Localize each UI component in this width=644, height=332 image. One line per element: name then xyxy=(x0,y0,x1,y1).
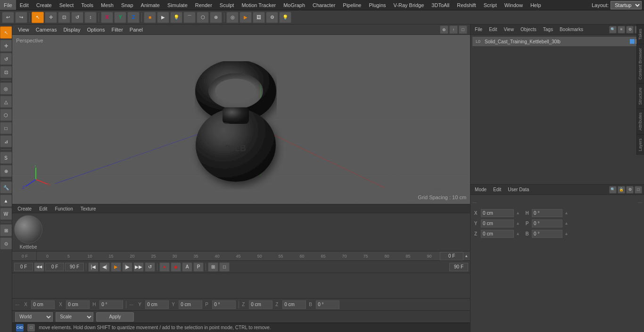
render-settings-btn[interactable]: ⚙ xyxy=(266,12,278,23)
menu-snap[interactable]: Snap xyxy=(117,0,137,10)
tab-attributes[interactable]: Attributes xyxy=(637,108,644,134)
record-btn[interactable]: ● xyxy=(159,262,170,272)
rpt-settings-btn[interactable]: ⚙ xyxy=(626,26,634,33)
rpt-tags-btn[interactable]: Tags xyxy=(541,25,555,34)
apply-button[interactable]: Apply xyxy=(96,312,134,322)
menu-window[interactable]: Window xyxy=(501,0,527,10)
object-item-kettlebell[interactable]: L0 Solid_Cast_Training_Kettlebell_30lb xyxy=(472,37,642,46)
menu-tools[interactable]: Tools xyxy=(77,0,97,10)
lt-poly-btn[interactable]: ⊿ xyxy=(0,135,12,147)
axis-y-button[interactable]: Y xyxy=(114,12,126,23)
scale-tool-button[interactable]: ⊡ xyxy=(58,12,70,23)
menu-edit[interactable]: Edit xyxy=(16,0,33,10)
rpb-settings-btn[interactable]: ⚙ xyxy=(626,186,634,194)
rpt-search-btn[interactable]: 🔍 xyxy=(609,26,617,33)
rpt-view-btn[interactable]: View xyxy=(501,25,516,34)
coord-b-input[interactable] xyxy=(316,300,339,309)
tab-layers[interactable]: Layers xyxy=(637,134,644,155)
coord-y2-input[interactable] xyxy=(179,300,202,309)
menu-vray[interactable]: V-Ray Bridge xyxy=(390,0,428,10)
render-btn[interactable]: ▶ xyxy=(239,12,252,23)
layout-dropdown[interactable]: Startup xyxy=(611,1,642,9)
vp-expand-btn[interactable]: ⊕ xyxy=(440,25,448,34)
rpt-filter-btn[interactable]: ≡ xyxy=(618,26,625,33)
preview-end-input[interactable] xyxy=(65,263,84,271)
tab-content-browser[interactable]: Content Browser xyxy=(637,44,644,83)
rpt-objects-btn[interactable]: Objects xyxy=(518,25,539,34)
render-anim-btn[interactable]: □ xyxy=(219,262,230,272)
axis-z-button[interactable]: Z xyxy=(127,12,140,23)
redo-button[interactable]: ↪ xyxy=(15,12,27,23)
select-tool-button[interactable]: ↖ xyxy=(32,12,44,23)
autokey-btn[interactable]: A xyxy=(182,262,192,272)
viewport[interactable]: Perspective xyxy=(12,35,470,204)
rpb-expand-btn[interactable]: □ xyxy=(635,186,642,194)
coord-x-input[interactable] xyxy=(31,300,55,309)
rpb-userdata-btn[interactable]: User Data xyxy=(505,186,531,194)
lt-paint-btn[interactable]: 🔧 xyxy=(0,181,12,194)
step-back-btn[interactable]: ◀| xyxy=(99,262,110,272)
menu-pipeline[interactable]: Pipeline xyxy=(339,0,365,10)
lt-snap-btn[interactable]: S xyxy=(0,152,12,164)
tab-structure[interactable]: Structure xyxy=(637,83,644,109)
coord-h-input[interactable] xyxy=(99,300,123,309)
vp-display-btn[interactable]: Display xyxy=(60,25,83,34)
menu-simulate[interactable]: Simulate xyxy=(164,0,191,10)
menu-motion-tracker[interactable]: Motion Tracker xyxy=(238,0,280,10)
lt-axis-btn[interactable]: ⊕ xyxy=(0,165,12,177)
rpt-bookmarks-btn[interactable]: Bookmarks xyxy=(557,25,586,34)
lt-sculpt-btn[interactable]: ▲ xyxy=(0,194,12,207)
coord-y-input[interactable] xyxy=(145,300,169,309)
world-dropdown[interactable]: World xyxy=(15,312,53,322)
scale-dropdown[interactable]: Scale xyxy=(56,312,93,322)
nurbs-btn[interactable]: ⬡ xyxy=(197,12,209,23)
rpb-lock-btn[interactable]: 🔒 xyxy=(618,186,625,194)
transform-tool-button[interactable]: ↕ xyxy=(84,12,97,23)
vp-panel-btn[interactable]: Panel xyxy=(127,25,146,34)
attr-x-input[interactable] xyxy=(481,209,514,217)
coord-x2-input[interactable] xyxy=(66,300,90,309)
display-btn[interactable]: 💡 xyxy=(279,12,291,23)
lt-rotate-btn[interactable]: ↺ xyxy=(0,53,12,65)
rpt-file-btn[interactable]: File xyxy=(472,25,485,34)
frame-stepper-up[interactable]: ▲ xyxy=(464,254,468,258)
spline-btn[interactable]: ⌒ xyxy=(183,12,196,23)
vp-cameras-btn[interactable]: Cameras xyxy=(33,25,60,34)
menu-redshift[interactable]: Redshift xyxy=(453,0,479,10)
light-btn[interactable]: 💡 xyxy=(170,12,182,23)
vp-view-btn[interactable]: View xyxy=(15,25,32,34)
menu-animate[interactable]: Animate xyxy=(137,0,164,10)
menu-mesh[interactable]: Mesh xyxy=(97,0,117,10)
mp-edit-btn[interactable]: Edit xyxy=(37,204,50,213)
coord-p-input[interactable] xyxy=(212,300,236,309)
rotate-tool-button[interactable]: ↺ xyxy=(71,12,83,23)
lt-texture-btn[interactable]: △ xyxy=(0,96,12,108)
lt-scale-btn[interactable]: ⊡ xyxy=(0,66,12,78)
menu-select[interactable]: Select xyxy=(56,0,78,10)
rpb-edit-btn[interactable]: Edit xyxy=(491,186,504,194)
lt-model-btn[interactable]: ◎ xyxy=(0,82,12,95)
axis-x-button[interactable]: X xyxy=(101,12,113,23)
motion-btn[interactable]: P xyxy=(193,262,204,272)
coord-z-input[interactable] xyxy=(249,300,272,309)
start-frame-input[interactable] xyxy=(14,263,33,271)
goto-start-btn[interactable]: |◀ xyxy=(88,262,99,272)
mp-texture-btn[interactable]: Texture xyxy=(78,204,99,213)
timeline-ruler-inner[interactable]: 0 5 10 15 20 25 30 35 40 45 50 55 60 65 … xyxy=(37,254,440,259)
menu-script[interactable]: Script xyxy=(480,0,501,10)
attr-b-input[interactable] xyxy=(532,230,562,238)
lt-sky-btn[interactable]: ⊙ xyxy=(0,237,12,250)
scene-btn[interactable]: ◎ xyxy=(226,12,239,23)
menu-help[interactable]: Help xyxy=(527,0,545,10)
preview-start-input[interactable] xyxy=(45,263,64,271)
camera-btn[interactable]: ▶ xyxy=(157,12,169,23)
menu-character[interactable]: Character xyxy=(309,0,339,10)
mp-function-btn[interactable]: Function xyxy=(52,204,75,213)
menu-plugins[interactable]: Plugins xyxy=(365,0,389,10)
lt-edge-btn[interactable]: □ xyxy=(0,122,12,134)
goto-end-btn[interactable]: ▶▶ xyxy=(133,262,144,272)
rpb-search-btn[interactable]: 🔍 xyxy=(609,186,617,194)
deform-btn[interactable]: ⊕ xyxy=(210,12,222,23)
lt-select-btn[interactable]: ↖ xyxy=(0,26,12,39)
tab-takes[interactable]: Takes xyxy=(637,24,644,44)
